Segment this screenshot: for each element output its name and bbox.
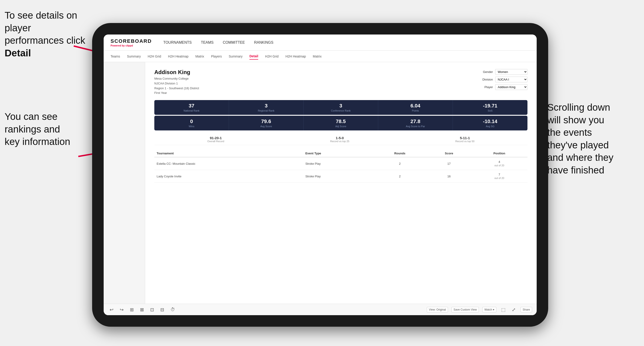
annotation-right-text3: the events: [547, 127, 592, 138]
stat-avg-sg-value: -10.14: [455, 119, 525, 125]
subnav-matrix2[interactable]: Matrix: [313, 53, 322, 59]
td-position-1-value: 4: [498, 160, 500, 164]
player-label: Player: [477, 85, 493, 89]
subnav-teams[interactable]: Teams: [110, 53, 120, 59]
division-label: Division: [477, 78, 493, 81]
stats-grid-primary: 37 National Rank 3 Regional Rank 3 Confe…: [154, 100, 528, 115]
stat-sos-value: -19.71: [455, 103, 525, 109]
td-rounds-1: 2: [373, 157, 427, 170]
stat-avg-sg-label: Avg SG: [455, 125, 525, 128]
player-school: Mesa Community College: [154, 76, 199, 81]
stat-sos: -19.71 SoS: [453, 100, 528, 115]
player-header: Addison King Mesa Community College NJCA…: [154, 69, 528, 95]
subnav-h2hgrid1[interactable]: H2H Grid: [148, 53, 161, 59]
stat-avg-score-par-value: 27.8: [380, 119, 450, 125]
subnav-summary1[interactable]: Summary: [127, 53, 141, 59]
view-original-button[interactable]: View: Original: [427, 307, 448, 312]
nav-teams[interactable]: TEAMS: [201, 39, 214, 46]
stats-grid-secondary: 0 Wins 79.6 Avg Score 78.5 Adj Score 27.…: [154, 116, 528, 131]
stat-adj-score-label: Adj Score: [306, 125, 376, 128]
record-top50-label: Record vs top 50: [455, 140, 474, 143]
stat-points-label: Points: [380, 109, 450, 112]
stat-conference-rank-value: 3: [306, 103, 376, 109]
content-area: Addison King Mesa Community College NJCA…: [104, 62, 537, 304]
stat-points: 6.04 Points: [378, 100, 453, 115]
td-tournament-1: Estella CC- Mountain Classic: [154, 157, 303, 170]
nav-rankings[interactable]: RANKINGS: [254, 39, 274, 46]
player-name: Addison King: [154, 69, 199, 75]
annotation-bottom-left: You can see rankings and key information: [4, 110, 92, 148]
td-position-1: 4 out of 20: [471, 157, 528, 170]
record-overall-value: 91-20-1: [207, 136, 224, 140]
toolbar-icon4[interactable]: ⊟: [159, 306, 166, 313]
nav-committee[interactable]: COMMITTEE: [223, 39, 245, 46]
player-select[interactable]: Addison King: [495, 84, 528, 90]
stat-national-rank-value: 37: [156, 103, 226, 109]
subnav-detail[interactable]: Detail: [250, 53, 258, 60]
td-score-2: 16: [427, 170, 471, 183]
stat-avg-score: 79.6 Avg Score: [229, 116, 304, 131]
toolbar-icon3[interactable]: ⊡: [149, 306, 156, 313]
th-score: Score: [427, 150, 471, 157]
table-row: Estella CC- Mountain Classic Stroke Play…: [154, 157, 528, 170]
undo-button[interactable]: ↩: [108, 306, 115, 313]
player-division: NJCAA Division 1: [154, 81, 199, 86]
player-region: Region 1 - Southwest (18) District: [154, 86, 199, 91]
stat-conference-rank-label: Conference Rank: [306, 109, 376, 112]
td-event-type-2: Stroke Play: [303, 170, 373, 183]
left-sidebar: [104, 62, 145, 304]
logo-area: SCOREBOARD Powered by clippd: [110, 38, 152, 47]
logo-powered: Powered by clippd: [110, 44, 152, 47]
tablet-screen: SCOREBOARD Powered by clippd TOURNAMENTS…: [104, 34, 537, 315]
stat-national-rank: 37 National Rank: [154, 100, 229, 115]
record-overall-label: Overall Record: [207, 140, 224, 143]
subnav-summary2[interactable]: Summary: [229, 53, 242, 59]
watch-button[interactable]: Watch ▾: [482, 307, 496, 312]
td-position-2-sub: out of 20: [494, 177, 504, 179]
subnav-h2hgrid2[interactable]: H2H Grid: [265, 53, 278, 59]
subnav-h2hheatmap2[interactable]: H2H Heatmap: [286, 53, 306, 59]
stat-wins-label: Wins: [156, 125, 226, 128]
gender-label: Gender: [477, 70, 493, 74]
stat-avg-score-par: 27.8 Avg Score to Par: [378, 116, 453, 131]
share-button[interactable]: Share: [520, 307, 532, 312]
toolbar-expand-icon[interactable]: ⤢: [510, 306, 517, 313]
annotation-top-left: To see details on player performances cl…: [4, 9, 92, 59]
subnav-matrix1[interactable]: Matrix: [195, 53, 204, 59]
gender-select[interactable]: Women: [495, 69, 528, 75]
annotation-bottom-left-text2: rankings and: [4, 124, 60, 135]
sub-nav: Teams Summary H2H Grid H2H Heatmap Matri…: [104, 51, 537, 62]
toolbar-screen-icon[interactable]: ⬚: [500, 306, 507, 313]
toolbar-icon1[interactable]: ⊞: [128, 306, 135, 313]
stat-wins: 0 Wins: [154, 116, 229, 131]
table-header-row: Tournament Event Type Rounds Score Posit…: [154, 150, 528, 157]
annotation-right-text: Scrolling down: [547, 102, 610, 113]
toolbar-icon2[interactable]: ⊠: [139, 306, 145, 313]
stat-conference-rank: 3 Conference Rank: [304, 100, 378, 115]
stat-national-rank-label: National Rank: [156, 109, 226, 112]
annotation-right-text5: and where they: [547, 152, 613, 163]
nav-tournaments[interactable]: TOURNAMENTS: [163, 39, 192, 46]
stat-points-value: 6.04: [380, 103, 450, 109]
td-event-type-1: Stroke Play: [303, 157, 373, 170]
stat-regional-rank-value: 3: [231, 103, 301, 109]
division-select[interactable]: NJCAA I: [495, 77, 528, 82]
record-top25-label: Record vs top 25: [330, 140, 350, 143]
toolbar-icon5[interactable]: ⏱: [169, 306, 176, 313]
td-position-1-sub: out of 20: [494, 164, 504, 167]
stat-sos-label: SoS: [455, 109, 525, 112]
annotation-detail-bold: Detail: [4, 48, 31, 58]
stat-avg-score-value: 79.6: [231, 119, 301, 125]
stat-regional-rank-label: Regional Rank: [231, 109, 301, 112]
player-info: Addison King Mesa Community College NJCA…: [154, 69, 199, 95]
redo-button[interactable]: ↪: [118, 306, 125, 313]
th-rounds: Rounds: [373, 150, 427, 157]
records-row: 91-20-1 Overall Record 1-5-0 Record vs t…: [154, 134, 528, 145]
subnav-players[interactable]: Players: [211, 53, 222, 59]
annotation-top-left-text: To see details on player performances cl…: [4, 10, 85, 58]
main-nav: TOURNAMENTS TEAMS COMMITTEE RANKINGS: [163, 39, 274, 46]
th-position: Position: [471, 150, 528, 157]
save-custom-button[interactable]: Save Custom View: [452, 307, 479, 312]
logo-text: SCOREBOARD: [110, 38, 152, 44]
subnav-h2hheatmap1[interactable]: H2H Heatmap: [168, 53, 189, 59]
